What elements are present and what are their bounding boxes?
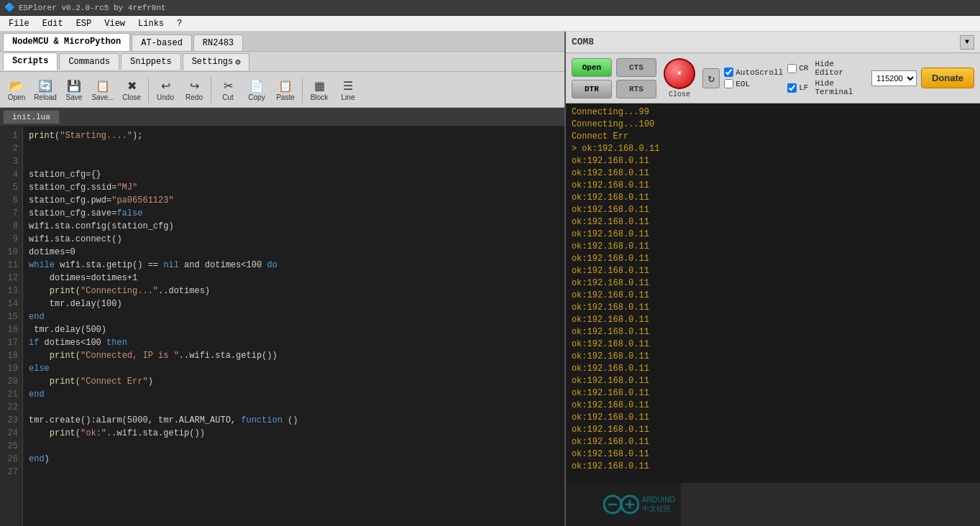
line-icon: ☰	[340, 78, 356, 93]
com-controls: Open DTR CTS RTS ✖ Close ↻	[566, 53, 980, 103]
app-icon: 🔷	[4, 2, 15, 13]
reload-button[interactable]: 🔄 Reload	[32, 74, 59, 106]
line-numbers: 1 2 3 4 5 6 7 8 9 10 11 12 13 14 15 16 1…	[0, 126, 23, 526]
file-tab-bar: init.lua	[0, 108, 564, 126]
save-button[interactable]: 💾 Save	[60, 74, 88, 106]
open-label: Open	[8, 93, 25, 101]
arduino-logo: ARDUINO 中文社区	[566, 483, 681, 526]
cr-row: CR Hide Editor	[787, 60, 863, 77]
code-area[interactable]: print("Starting...."); station_cfg={} st…	[23, 126, 564, 526]
autoscroll-label: AutoScroll	[736, 68, 783, 77]
line-num: 12	[3, 272, 18, 285]
redo-button[interactable]: ↪ Redo	[180, 74, 208, 106]
line-num: 25	[3, 440, 18, 453]
tab-rn2483[interactable]: RN2483	[193, 34, 243, 51]
close-port-button[interactable]: ✖	[664, 58, 695, 89]
autoscroll-row: AutoScroll	[724, 68, 783, 77]
dtr-button[interactable]: DTR	[572, 80, 612, 98]
tab-commands[interactable]: Commands	[59, 53, 119, 70]
hide-editor-label: Hide Editor	[815, 60, 863, 77]
terminal-line: ok:192.168.0.11	[572, 461, 974, 473]
terminal-line: Connecting...99	[572, 106, 974, 119]
file-tab-init[interactable]: init.lua	[3, 110, 60, 124]
line-num: 13	[3, 285, 18, 297]
terminal-line: ok:192.168.0.11	[572, 204, 974, 216]
line-num: 23	[3, 414, 18, 427]
terminal[interactable]: Connecting...99 Connecting...100 Connect…	[566, 103, 980, 483]
tab-nodemcu[interactable]: NodeMCU & MicroPython	[3, 33, 130, 51]
com-checkboxes: AutoScroll EOL	[724, 68, 783, 88]
undo-icon: ↩	[157, 78, 173, 93]
line-num: 15	[3, 310, 18, 323]
terminal-line: ok:192.168.0.11	[572, 277, 974, 290]
close-port-area: ✖ Close	[661, 58, 698, 98]
hide-terminal-label: Hide Terminal	[815, 79, 863, 96]
com-dropdown[interactable]: ▼	[960, 35, 974, 50]
open-port-label: Open	[582, 63, 601, 72]
line-num: 7	[3, 207, 18, 220]
arduino-logo-svg	[603, 494, 639, 515]
menu-edit[interactable]: Edit	[37, 17, 69, 30]
save-as-button[interactable]: 📋 Save...	[89, 74, 116, 106]
close-file-button[interactable]: ✖ Close	[118, 74, 145, 106]
line-num: 16	[3, 323, 18, 336]
terminal-line: ok:192.168.0.11	[572, 302, 974, 314]
paste-button[interactable]: 📋 Paste	[272, 74, 299, 106]
terminal-line: ok:192.168.0.11	[572, 412, 974, 424]
autoscroll-checkbox[interactable]	[724, 68, 733, 77]
dtr-label: DTR	[585, 85, 599, 93]
refresh-button[interactable]: ↻	[702, 68, 720, 88]
toolbar-separator-1	[148, 77, 149, 103]
tab-settings[interactable]: Settings ⚙	[183, 53, 250, 70]
cut-button[interactable]: ✂ Cut	[214, 74, 242, 106]
undo-button[interactable]: ↩ Undo	[152, 74, 179, 106]
open-button[interactable]: 📂 Open	[3, 74, 30, 106]
terminal-line: ok:192.168.0.11	[572, 351, 974, 363]
menu-links[interactable]: Links	[132, 17, 170, 30]
terminal-line: ok:192.168.0.11	[572, 448, 974, 461]
line-num: 5	[3, 181, 18, 194]
copy-icon: 📄	[249, 78, 265, 93]
tab-at-based[interactable]: AT-based	[132, 34, 192, 51]
block-button[interactable]: ▦ Block	[306, 74, 333, 106]
left-panel: NodeMCU & MicroPython AT-based RN2483 Sc…	[0, 32, 566, 526]
terminal-line: ok:192.168.0.11	[572, 375, 974, 387]
settings-label: Settings	[192, 57, 234, 67]
lf-checkbox[interactable]	[787, 83, 797, 93]
redo-label: Redo	[186, 93, 203, 101]
terminal-line: ok:192.168.0.11	[572, 338, 974, 351]
line-num: 27	[3, 466, 18, 479]
terminal-line: ok:192.168.0.11	[572, 387, 974, 400]
baud-area: 115200 9600 19200 38400 57600 230400	[871, 70, 917, 86]
com-open-group: Open DTR	[572, 58, 612, 98]
donate-button[interactable]: Donate	[921, 68, 974, 88]
terminal-prompt: > ok:192.168.0.11	[572, 143, 974, 155]
line-num: 22	[3, 401, 18, 414]
tab-snippets[interactable]: Snippets	[121, 53, 181, 70]
cts-label: CTS	[629, 63, 644, 72]
close-file-label: Close	[122, 93, 141, 101]
menu-view[interactable]: View	[99, 17, 131, 30]
terminal-line: ok:192.168.0.11	[572, 400, 974, 412]
terminal-line: ok:192.168.0.11	[572, 424, 974, 436]
block-icon: ▦	[311, 78, 327, 93]
terminal-line: ok:192.168.0.11	[572, 265, 974, 277]
toolbar: 📂 Open 🔄 Reload 💾 Save 📋 Save... ✖ Close	[0, 72, 564, 108]
line-num: 1	[3, 129, 18, 142]
tab-scripts[interactable]: Scripts	[3, 52, 58, 70]
line-num: 3	[3, 155, 18, 168]
menu-esp[interactable]: ESP	[70, 17, 98, 30]
open-port-button[interactable]: Open	[572, 58, 612, 77]
line-button[interactable]: ☰ Line	[334, 74, 362, 106]
copy-button[interactable]: 📄 Copy	[243, 74, 270, 106]
reload-icon: 🔄	[37, 78, 53, 93]
terminal-line: ok:192.168.0.11	[572, 436, 974, 448]
eol-checkbox[interactable]	[724, 79, 733, 88]
block-label: Block	[311, 93, 328, 101]
line-num: 19	[3, 362, 18, 375]
menu-file[interactable]: File	[3, 17, 35, 30]
menu-help[interactable]: ?	[171, 17, 188, 30]
baud-select[interactable]: 115200 9600 19200 38400 57600 230400	[871, 70, 917, 86]
rts-label: RTS	[629, 85, 644, 93]
cr-checkbox[interactable]	[787, 64, 797, 73]
